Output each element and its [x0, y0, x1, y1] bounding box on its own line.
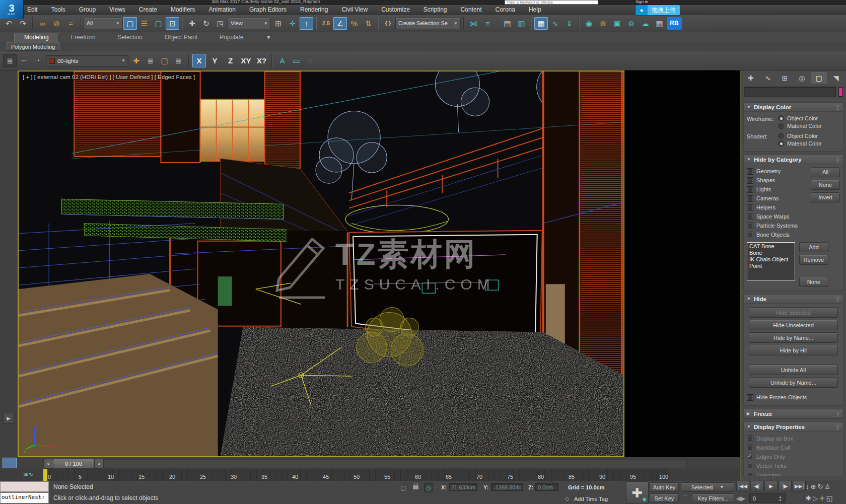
previous-frame-button[interactable]: ◀|	[750, 481, 763, 491]
align-icon[interactable]: ≡	[481, 17, 495, 30]
hide-button[interactable]: Hide Unselected	[749, 320, 838, 330]
select-objects-in-layer-icon[interactable]: ▢	[158, 54, 171, 67]
menu-item[interactable]: Graph Editors	[249, 6, 287, 13]
bind-to-spacewarp-icon[interactable]: ≈	[64, 17, 78, 30]
hide-frozen-objects-checkbox[interactable]: Hide Frozen Objects	[747, 393, 840, 402]
rendered-frame-icon[interactable]: ▣	[610, 17, 624, 30]
selection-set-dropdown[interactable]: Selected ▼	[681, 482, 734, 492]
edit-named-sets-icon[interactable]: { }	[381, 17, 395, 30]
hide-button[interactable]: Hide by Name...	[749, 332, 838, 343]
layer-list-icon[interactable]: ≣	[172, 54, 185, 67]
angle-snap-icon[interactable]: ∠	[333, 17, 347, 30]
time-slider-track[interactable]	[43, 459, 687, 468]
select-and-link-icon[interactable]: ∞	[36, 17, 49, 30]
maxscript-mini-listener[interactable]: outlinerNest‹	[0, 492, 49, 503]
z-coordinate-field[interactable]: 0.0cm	[535, 483, 558, 491]
selection-lock-icon[interactable]	[413, 485, 418, 489]
upload-badge[interactable]: ● 拖拽上传	[636, 5, 680, 15]
new-key-tangent-icon[interactable]: ⌒	[681, 494, 690, 503]
maxscript-mini-listener-pink[interactable]	[0, 481, 49, 492]
polygon-modeling-panel[interactable]: Polygon Modeling	[6, 42, 60, 51]
modify-tab-icon[interactable]: ∿	[760, 73, 776, 84]
menu-item[interactable]: Customize	[381, 6, 410, 13]
menu-item[interactable]: Scripting	[424, 6, 447, 13]
display-property-checkbox[interactable]: Display as Box	[747, 434, 840, 443]
next-frame-button[interactable]: |▶	[779, 481, 792, 491]
category-checkbox[interactable]: Particle Systems	[747, 221, 811, 230]
hide-button[interactable]: Unhide All	[749, 365, 838, 375]
axis-z-button[interactable]: Z	[224, 54, 237, 67]
category-checkbox[interactable]: Lights	[747, 185, 811, 194]
axis-y-button[interactable]: Y	[208, 54, 222, 67]
app-logo[interactable]: 3 MAX	[0, 0, 24, 19]
category-checkbox[interactable]: Geometry	[747, 167, 811, 176]
isolate-selection-icon[interactable]: ▢	[399, 483, 408, 492]
menu-item[interactable]: Group	[79, 6, 96, 13]
zoom-icon[interactable]: ⊕	[811, 483, 816, 490]
select-move-icon[interactable]: ✚	[185, 17, 199, 30]
current-frame-field[interactable]: 0 ▲▼	[749, 493, 786, 503]
mini-curve-editor-icon[interactable]: ≋∿	[23, 471, 33, 478]
window-crossing-icon[interactable]: ⊡	[166, 17, 179, 30]
ribbon-toggle-icon[interactable]: ▦	[534, 17, 548, 30]
spinner-icon[interactable]: ▲▼	[779, 495, 782, 502]
layer-manager-icon[interactable]: ▤	[501, 17, 514, 30]
set-key-button[interactable]: Set Key	[650, 493, 679, 503]
redo-icon[interactable]: ↷	[16, 17, 30, 30]
rollout-header[interactable]: ▼ Hide ⣿	[744, 295, 843, 304]
rollout-header[interactable]: ▼ Display Color ⣿	[744, 103, 843, 112]
motion-tab-icon[interactable]: ◎	[794, 73, 810, 84]
hide-button[interactable]: Hide Selected	[749, 307, 838, 318]
reference-coordinate-dropdown[interactable]: View▼	[228, 18, 271, 29]
select-place-icon[interactable]: ↑	[300, 17, 313, 30]
ribbon-tab[interactable]: Object Paint	[155, 33, 207, 42]
category-button[interactable]: Invert	[811, 192, 840, 202]
render-cloud-icon[interactable]: ☁	[639, 17, 652, 30]
layers-icon[interactable]: ≣	[144, 54, 157, 67]
shaded-material-color-radio[interactable]: Material Color	[778, 140, 821, 147]
dots-icon[interactable]: ⋯	[17, 54, 31, 67]
category-checkbox[interactable]: Bone Objects	[747, 230, 811, 239]
add-time-tag[interactable]: Add Time Tag	[574, 496, 608, 502]
utilities-tab-icon[interactable]: ◥	[828, 73, 844, 84]
select-rotate-icon[interactable]: ↻	[199, 17, 213, 30]
render-production-icon[interactable]: ⊚	[624, 17, 638, 30]
unlink-selection-icon[interactable]: ⊘	[50, 17, 63, 30]
walkthrough-icon[interactable]: ♙	[824, 483, 830, 490]
menu-item[interactable]: Tools	[51, 6, 65, 13]
auto-key-button[interactable]: Auto Key	[650, 482, 679, 492]
menu-item[interactable]: Edit	[27, 6, 38, 13]
list-item[interactable]: CAT Bone	[749, 243, 793, 250]
viewport-label[interactable]: [ + ] [ external cam 02 (HDRi Ext) ] [ U…	[23, 74, 195, 80]
bone-object-list[interactable]: CAT BoneBoneIK Chain ObjectPoint	[747, 242, 795, 280]
spinner-snap-icon[interactable]: ⇅	[362, 17, 375, 30]
select-by-name-icon[interactable]: ☰	[137, 17, 151, 30]
none-button[interactable]: None	[799, 277, 828, 287]
key-mode-arrows-icon[interactable]: ◀▶	[736, 494, 745, 503]
display-property-checkbox[interactable]: Vertex Ticks	[747, 461, 840, 470]
ribbon-tab[interactable]: ▼	[256, 33, 282, 42]
menu-item[interactable]: Animation	[209, 6, 236, 13]
selection-set-icon[interactable]	[3, 458, 17, 468]
play-button[interactable]: ▶	[764, 481, 778, 491]
list-item[interactable]: Point	[749, 263, 793, 269]
rollout-header[interactable]: ▼ Display Properties ⣿	[744, 422, 843, 431]
ribbon-tab[interactable]: Freeform	[61, 33, 106, 42]
material-editor-icon[interactable]: ◉	[582, 17, 596, 30]
rollout-header[interactable]: ▼ Hide by Category ⣿	[744, 155, 843, 164]
category-checkbox[interactable]: Shapes	[747, 176, 811, 185]
menu-item[interactable]: Civil View	[341, 6, 368, 13]
rb-button[interactable]: RB	[667, 17, 682, 30]
menu-item[interactable]: Help	[529, 6, 541, 13]
layers-stack-icon[interactable]: ≣	[3, 54, 17, 67]
list-item[interactable]: IK Chain Object	[749, 256, 793, 263]
select-scale-icon[interactable]: ◳	[214, 17, 227, 30]
key-mode-toggle-icon[interactable]: ↕	[806, 483, 809, 490]
category-checkbox[interactable]: Space Warps	[747, 212, 811, 221]
axis-xq-button[interactable]: X?	[255, 54, 268, 67]
sign-in-link[interactable]: Sign In	[636, 0, 648, 4]
y-coordinate-field[interactable]: -1368.804c	[491, 483, 523, 491]
teapot-mini-icon[interactable]: ◔	[31, 54, 45, 67]
display-property-checkbox[interactable]: Edges Only	[747, 452, 840, 461]
track-bar-ruler[interactable]: 0510152025303540455055606570758085909510…	[43, 469, 670, 481]
